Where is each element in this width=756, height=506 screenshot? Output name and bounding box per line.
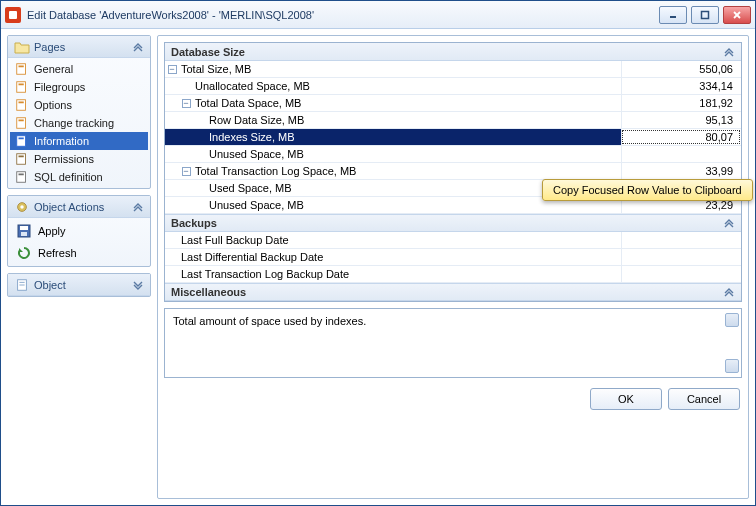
dialog-body: Pages GeneralFilegroupsOptionsChange tra… xyxy=(1,29,755,505)
collapse-icon[interactable]: − xyxy=(182,99,191,108)
section-title: Database Size xyxy=(171,46,245,58)
refresh-action[interactable]: Refresh xyxy=(10,242,148,264)
pages-header[interactable]: Pages xyxy=(8,36,150,58)
page-icon xyxy=(14,151,30,167)
window-title: Edit Database 'AdventureWorks2008' - 'ME… xyxy=(27,9,659,21)
svg-point-19 xyxy=(20,205,24,209)
svg-rect-14 xyxy=(17,154,26,165)
svg-rect-11 xyxy=(19,120,24,122)
sidebar-item-sql-definition[interactable]: SQL definition xyxy=(10,168,148,186)
grid-row[interactable]: Unused Space, MB xyxy=(165,146,741,163)
grid-row[interactable]: Last Differential Backup Date xyxy=(165,249,741,266)
context-menu-copy-value[interactable]: Copy Focused Row Value to Clipboard xyxy=(542,179,753,201)
grid-row[interactable]: Date Created29.10.2010 14:55:48 xyxy=(165,301,741,302)
dialog-footer: OK Cancel xyxy=(164,384,742,412)
chevron-up-icon[interactable] xyxy=(723,286,735,298)
grid-section-header[interactable]: Miscellaneous xyxy=(165,283,741,301)
sidebar-item-change-tracking[interactable]: Change tracking xyxy=(10,114,148,132)
grid-row-value: 80,07 xyxy=(621,129,741,145)
pages-list: GeneralFilegroupsOptionsChange trackingI… xyxy=(8,58,150,188)
object-panel: Object xyxy=(7,273,151,297)
dialog-window: Edit Database 'AdventureWorks2008' - 'ME… xyxy=(0,0,756,506)
grid-row[interactable]: −Total Transaction Log Space, MB33,99 xyxy=(165,163,741,180)
grid-row-value: 29.10.2010 14:55:48 xyxy=(621,301,741,302)
svg-rect-5 xyxy=(19,66,24,68)
svg-rect-1 xyxy=(702,11,709,18)
hint-scrollbar[interactable] xyxy=(725,313,739,373)
document-icon xyxy=(14,278,30,292)
svg-rect-21 xyxy=(20,226,28,230)
sidebar-item-label: Permissions xyxy=(34,153,94,165)
grid-row[interactable]: −Total Size, MB550,06 xyxy=(165,61,741,78)
collapse-icon[interactable]: − xyxy=(182,167,191,176)
grid-row-label: Total Transaction Log Space, MB xyxy=(193,163,621,179)
sidebar-item-label: General xyxy=(34,63,73,75)
sidebar-item-information[interactable]: Information xyxy=(10,132,148,150)
grid-row[interactable]: −Total Data Space, MB181,92 xyxy=(165,95,741,112)
scroll-down-icon[interactable] xyxy=(725,359,739,373)
scroll-up-icon[interactable] xyxy=(725,313,739,327)
chevron-up-icon[interactable] xyxy=(132,41,144,53)
sidebar-item-label: Change tracking xyxy=(34,117,114,129)
sidebar-item-label: SQL definition xyxy=(34,171,103,183)
grid-row-value: 33,99 xyxy=(621,163,741,179)
grid-row-value: 550,06 xyxy=(621,61,741,77)
grid-row-value: 334,14 xyxy=(621,78,741,94)
cancel-button[interactable]: Cancel xyxy=(668,388,740,410)
page-icon xyxy=(14,169,30,185)
chevron-up-icon[interactable] xyxy=(132,201,144,213)
sidebar-item-options[interactable]: Options xyxy=(10,96,148,114)
object-header[interactable]: Object xyxy=(8,274,150,296)
actions-panel: Object Actions Apply Refresh xyxy=(7,195,151,267)
apply-label: Apply xyxy=(38,225,66,237)
grid-row[interactable]: Row Data Size, MB95,13 xyxy=(165,112,741,129)
sidebar-item-label: Filegroups xyxy=(34,81,85,93)
grid-row[interactable]: Indexes Size, MB80,07 xyxy=(165,129,741,146)
grid-row[interactable]: Unallocated Space, MB334,14 xyxy=(165,78,741,95)
grid-row-label: Last Full Backup Date xyxy=(179,232,621,248)
grid-section-header[interactable]: Backups xyxy=(165,214,741,232)
chevron-up-icon[interactable] xyxy=(723,217,735,229)
sidebar-item-label: Information xyxy=(34,135,89,147)
grid-row-value: 95,13 xyxy=(621,112,741,128)
svg-rect-13 xyxy=(19,138,24,140)
svg-rect-7 xyxy=(19,84,24,86)
property-grid[interactable]: Database Size−Total Size, MB550,06Unallo… xyxy=(164,42,742,302)
ok-button[interactable]: OK xyxy=(590,388,662,410)
pages-label: Pages xyxy=(34,41,65,53)
grid-section-header[interactable]: Database Size xyxy=(165,43,741,61)
page-icon xyxy=(14,115,30,131)
sidebar-item-general[interactable]: General xyxy=(10,60,148,78)
grid-row-label: Last Transaction Log Backup Date xyxy=(179,266,621,282)
grid-row-value xyxy=(621,249,741,265)
grid-row[interactable]: Last Full Backup Date xyxy=(165,232,741,249)
titlebar[interactable]: Edit Database 'AdventureWorks2008' - 'ME… xyxy=(1,1,755,29)
pages-panel: Pages GeneralFilegroupsOptionsChange tra… xyxy=(7,35,151,189)
sidebar-item-filegroups[interactable]: Filegroups xyxy=(10,78,148,96)
grid-row-value xyxy=(621,266,741,282)
grid-row-label: Date Created xyxy=(179,301,621,302)
grid-row-label: Unused Space, MB xyxy=(207,146,621,162)
svg-rect-17 xyxy=(19,174,24,176)
grid-row[interactable]: Last Transaction Log Backup Date xyxy=(165,266,741,283)
sidebar-item-label: Options xyxy=(34,99,72,111)
grid-row-value xyxy=(621,146,741,162)
actions-label: Object Actions xyxy=(34,201,104,213)
actions-list: Apply Refresh xyxy=(8,218,150,266)
folder-icon xyxy=(14,40,30,54)
apply-action[interactable]: Apply xyxy=(10,220,148,242)
gear-icon xyxy=(14,200,30,214)
close-button[interactable] xyxy=(723,6,751,24)
grid-row-label: Last Differential Backup Date xyxy=(179,249,621,265)
context-menu-label: Copy Focused Row Value to Clipboard xyxy=(553,184,742,196)
section-title: Backups xyxy=(171,217,217,229)
chevron-up-icon[interactable] xyxy=(723,46,735,58)
minimize-button[interactable] xyxy=(659,6,687,24)
sidebar: Pages GeneralFilegroupsOptionsChange tra… xyxy=(7,35,151,499)
actions-header[interactable]: Object Actions xyxy=(8,196,150,218)
maximize-button[interactable] xyxy=(691,6,719,24)
svg-rect-15 xyxy=(19,156,24,158)
sidebar-item-permissions[interactable]: Permissions xyxy=(10,150,148,168)
chevron-down-icon[interactable] xyxy=(132,279,144,291)
collapse-icon[interactable]: − xyxy=(168,65,177,74)
